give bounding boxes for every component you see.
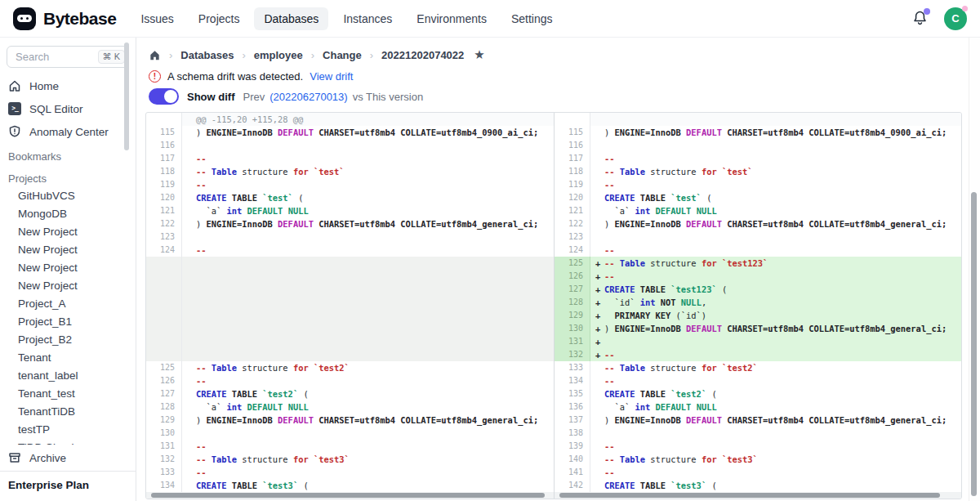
project-list-item[interactable]: Tenant_test <box>0 385 136 403</box>
sidebar-section-bookmarks[interactable]: Bookmarks <box>0 143 136 165</box>
diff-row: 119 -- <box>555 178 961 191</box>
main-content: › Databases › employee › Change › 202212… <box>137 38 980 501</box>
code-line: ) ENGINE=InnoDB DEFAULT CHARSET=utf8mb4 … <box>590 126 961 139</box>
show-diff-toggle[interactable] <box>149 88 179 105</box>
breadcrumb-home-icon[interactable] <box>149 49 161 61</box>
horizontal-scrollbar-right[interactable] <box>555 492 961 499</box>
line-number: 141 <box>555 466 590 479</box>
line-number: 129 <box>555 309 590 322</box>
sidebar-bottom: Archive Enterprise Plan <box>0 445 136 501</box>
project-list-item[interactable]: New Project <box>0 223 136 241</box>
horizontal-scrollbar-left[interactable] <box>146 492 554 499</box>
diff-marker <box>187 414 196 427</box>
project-list-item[interactable]: New Project <box>0 259 136 277</box>
hunk-header: @@ -115,20 +115,28 @@ <box>182 113 554 126</box>
line-number: 127 <box>555 283 590 296</box>
project-list-item[interactable]: Project_A <box>0 295 136 313</box>
diff-row: 135 CREATE TABLE `test2` ( <box>555 387 961 400</box>
project-list-item[interactable]: Project_B2 <box>0 331 136 349</box>
breadcrumb-item-version[interactable]: 20221202074022 <box>381 49 464 61</box>
code-line: -- Table structure for `test2` <box>182 361 554 374</box>
diff-marker <box>595 479 604 492</box>
diff-row-filler <box>146 335 554 348</box>
sidebar-item-archive[interactable]: Archive <box>0 445 136 471</box>
code-line: -- <box>182 374 554 387</box>
diff-marker <box>595 126 604 139</box>
nav-item-settings[interactable]: Settings <box>501 7 563 30</box>
search-input[interactable]: Search ⌘ K <box>7 46 129 68</box>
nav-item-databases[interactable]: Databases <box>254 7 328 30</box>
diff-marker <box>187 479 196 492</box>
breadcrumb-separator: › <box>370 49 373 61</box>
breadcrumb-item-change[interactable]: Change <box>323 49 362 61</box>
diff-marker <box>187 440 196 453</box>
brand-logo[interactable]: Bytebase <box>13 7 116 30</box>
code-line: -- <box>590 244 961 257</box>
code-line: ) ENGINE=InnoDB DEFAULT CHARSET=utf8mb4 … <box>182 126 554 139</box>
breadcrumb-item-databases[interactable]: Databases <box>180 49 234 61</box>
nav-item-environments[interactable]: Environments <box>407 7 497 30</box>
sidebar-scrollbar[interactable] <box>124 42 129 150</box>
project-list-item[interactable]: TenantTiDB <box>0 403 136 421</box>
sidebar-item-home[interactable]: Home <box>0 74 136 97</box>
breadcrumb-item-employee[interactable]: employee <box>254 49 303 61</box>
page-scrollbar[interactable] <box>971 192 977 496</box>
nav-item-instances[interactable]: Instances <box>333 7 402 30</box>
code-line: +CREATE TABLE `test123` ( <box>590 283 961 296</box>
line-number: 134 <box>555 374 590 387</box>
favorite-star-icon[interactable]: ★ <box>474 47 484 62</box>
diff-marker <box>187 165 196 178</box>
diff-marker: + <box>595 296 604 309</box>
sidebar: Search ⌘ K Home >_ SQL Editor Anomaly Ce… <box>0 38 136 501</box>
diff-marker <box>595 427 604 440</box>
diff-row: 136 `a` int DEFAULT NULL <box>555 400 961 414</box>
bytebase-logo-icon <box>13 7 36 30</box>
project-list-item[interactable]: tenant_label <box>0 367 136 385</box>
project-list-item[interactable]: New Project <box>0 241 136 259</box>
diff-pane-current: 115 ) ENGINE=InnoDB DEFAULT CHARSET=utf8… <box>554 113 961 499</box>
code-line: -- <box>590 152 961 165</box>
project-list-item[interactable]: Tenant <box>0 349 136 367</box>
diff-marker <box>595 217 604 230</box>
diff-marker <box>187 466 196 479</box>
project-list-item[interactable]: MongoDB <box>0 205 136 223</box>
diff-marker: + <box>595 257 604 270</box>
code-line: +) ENGINE=InnoDB DEFAULT CHARSET=utf8mb4… <box>590 322 961 335</box>
project-list-item[interactable]: testTP <box>0 421 136 439</box>
diff-row: 127 CREATE TABLE `test2` ( <box>146 387 554 400</box>
line-number: 139 <box>555 440 590 453</box>
diff-row: 132 -- Table structure for `test3` <box>146 453 554 466</box>
prev-version-link[interactable]: (202206270013) <box>270 91 347 103</box>
sidebar-item-sql-editor[interactable]: >_ SQL Editor <box>0 97 136 120</box>
diff-row-added: 132+-- <box>555 348 961 361</box>
line-number <box>146 257 182 270</box>
sidebar-item-anomaly-center[interactable]: Anomaly Center <box>0 120 136 143</box>
code-line: -- <box>182 440 554 453</box>
show-diff-label: Show diff <box>187 91 235 103</box>
line-number: 116 <box>555 139 590 152</box>
project-list-item[interactable]: GitHubVCS <box>0 187 136 205</box>
line-number: 131 <box>146 440 182 453</box>
project-list-item[interactable]: Project_B1 <box>0 313 136 331</box>
line-number: 124 <box>146 244 182 257</box>
code-line: `a` int DEFAULT NULL <box>182 400 554 414</box>
sidebar-section-projects[interactable]: Projects <box>0 165 136 187</box>
nav-item-issues[interactable]: Issues <box>131 7 183 30</box>
view-drift-link[interactable]: View drift <box>310 70 353 83</box>
notifications-bell-icon[interactable] <box>911 10 929 28</box>
breadcrumb-separator: › <box>242 49 245 61</box>
line-number <box>146 283 182 296</box>
diff-marker <box>595 178 604 191</box>
line-number <box>146 309 182 322</box>
code-line <box>590 230 961 244</box>
diff-row: 116 <box>146 139 554 152</box>
diff-row: 133 -- Table structure for `test2` <box>555 361 961 374</box>
line-number: 140 <box>555 453 590 466</box>
code-line: `a` int DEFAULT NULL <box>590 204 961 217</box>
sidebar-item-label: SQL Editor <box>29 103 83 115</box>
nav-item-projects[interactable]: Projects <box>189 7 250 30</box>
avatar[interactable]: C <box>944 7 967 30</box>
line-number: 135 <box>555 387 590 400</box>
line-number <box>146 348 182 361</box>
project-list-item[interactable]: New Project <box>0 277 136 295</box>
